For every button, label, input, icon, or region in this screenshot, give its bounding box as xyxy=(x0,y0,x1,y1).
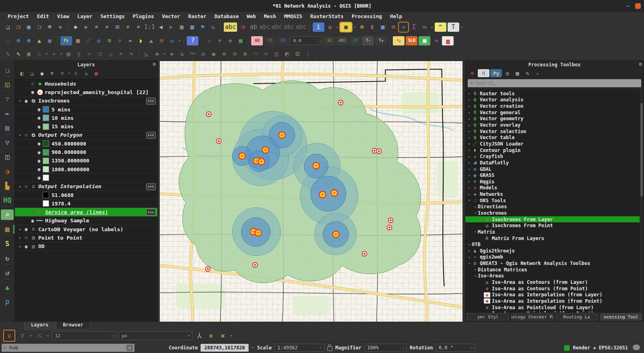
s-tool[interactable]: S xyxy=(2,238,12,249)
toolbox-item[interactable]: ▸QVector selection xyxy=(465,128,640,135)
toolbox-item[interactable]: ◎Isochrones From Point xyxy=(465,222,640,229)
visibility-eye-icon[interactable]: ◉ xyxy=(35,124,43,129)
add-web-layer[interactable]: ⊕ xyxy=(14,36,23,45)
dock-handle[interactable] xyxy=(4,62,10,64)
visibility-eye-icon[interactable]: ◉ xyxy=(23,244,30,249)
sld4raster[interactable]: SLD xyxy=(406,36,417,45)
toolbox-item[interactable]: ▸⊿DataPlotly xyxy=(465,160,640,166)
visibility-eye-icon[interactable]: ◉ xyxy=(35,166,43,172)
delete-ring[interactable]: ⊖ xyxy=(230,49,239,59)
toolbox-item[interactable]: ▸◗Contour plugin xyxy=(465,147,640,154)
menu-database[interactable]: Database xyxy=(211,12,242,20)
hqgis[interactable]: HQ xyxy=(2,195,12,205)
menu-web[interactable]: Web xyxy=(243,12,260,20)
toolbox-item[interactable]: ▸◖Crayfish xyxy=(465,153,640,160)
expand-arrow[interactable]: ▾ xyxy=(17,99,23,103)
toolbox-item[interactable]: ▸OTB xyxy=(465,241,640,248)
ro-tool[interactable]: RO xyxy=(277,36,289,45)
menu-settings[interactable]: Settings xyxy=(97,12,128,20)
r-scripts[interactable]: R xyxy=(478,69,489,77)
expand-arrow[interactable]: ▾ xyxy=(473,230,478,234)
toolbox-item[interactable]: ▸◍GDAL xyxy=(465,166,640,172)
dropdown-arrow[interactable]: ▾ xyxy=(30,334,32,338)
menu-view[interactable]: View xyxy=(54,12,73,20)
expand-arrow[interactable]: ▸ xyxy=(467,167,472,171)
delete-selected[interactable]: ▯ xyxy=(74,49,84,59)
expand-arrow[interactable]: ▸ xyxy=(473,268,478,271)
expand-arrow[interactable]: ▸ xyxy=(467,180,472,183)
sc-tool[interactable]: SC xyxy=(324,36,335,45)
toolbox-item[interactable]: ▸QVector analysis xyxy=(465,97,640,103)
add-part[interactable]: ◉ xyxy=(209,49,218,59)
scrollbar-thumb[interactable] xyxy=(640,103,643,197)
dock-handle[interactable] xyxy=(4,265,10,266)
layer-row[interactable]: ◉5 mins xyxy=(15,105,157,114)
layer-row[interactable]: ◉1350.0000000 xyxy=(15,157,157,165)
collapse-all[interactable]: ⇲ xyxy=(81,69,91,77)
menu-processing[interactable]: Processing xyxy=(348,12,386,20)
select-by-expression[interactable]: ε xyxy=(367,23,377,32)
edit-features-inplace[interactable]: ✎ xyxy=(523,69,532,77)
open-layer-styling[interactable]: ◧ xyxy=(17,69,27,77)
save-project[interactable]: ▣ xyxy=(24,23,33,32)
expand-arrow[interactable]: ▸ xyxy=(467,117,472,121)
toolbox-item[interactable]: ▸Directions xyxy=(465,204,640,210)
zoom-in[interactable]: ⌕ xyxy=(92,23,101,32)
dock-handle[interactable] xyxy=(4,207,10,208)
expand-arrow[interactable]: ▸ xyxy=(467,111,472,114)
map-canvas[interactable] xyxy=(160,61,462,322)
undo-layers[interactable]: ↺ xyxy=(2,267,12,278)
adj-tool[interactable]: ADJ xyxy=(336,36,348,45)
toolbox-scrollbar[interactable] xyxy=(640,90,643,312)
expand-arrow[interactable]: ▸ xyxy=(467,243,472,246)
zoom-to-selection[interactable]: ⌕ xyxy=(134,23,143,32)
layer-indicator-badge[interactable]: ▪▪▪ xyxy=(146,183,156,190)
layer-indicator-badge[interactable]: ▪▪▪ xyxy=(146,209,156,215)
results-viewer[interactable]: ▤ xyxy=(513,69,522,77)
simplify-feature[interactable]: 〜 xyxy=(188,49,197,59)
ors-tools[interactable]: ◌ xyxy=(3,36,12,45)
menu-raster[interactable]: Raster xyxy=(185,12,210,20)
undo-map[interactable]: ↺ xyxy=(167,36,177,45)
toolbox-item[interactable]: ▸QVector table xyxy=(465,134,640,141)
t-plus-tool[interactable]: T+ xyxy=(375,36,387,45)
toolbox-item[interactable]: ▸QRaster tools xyxy=(465,90,640,97)
toolbox-item[interactable]: ◉Iso-Area as Interpolation (from Layer) xyxy=(465,292,640,298)
menu-rasterstats[interactable]: RasterStats xyxy=(307,12,347,20)
snapping-intersection-button[interactable]: ✕ xyxy=(206,331,216,341)
toggle-editing[interactable]: ✎ xyxy=(14,49,23,59)
label-move[interactable]: abc xyxy=(271,23,282,32)
expand-arrow[interactable]: ▸ xyxy=(473,205,478,209)
delete-part[interactable]: ⊗ xyxy=(240,49,250,59)
polygon-digitize[interactable]: ▽ xyxy=(2,137,12,148)
new-3d-map-view[interactable]: ▧ xyxy=(188,23,197,32)
identify-features[interactable]: i xyxy=(313,23,324,32)
dropdown-arrow[interactable]: ▾ xyxy=(461,25,463,29)
processing-board[interactable]: ▤ xyxy=(2,123,12,133)
menu-help[interactable]: Help xyxy=(386,12,406,20)
dock-handle[interactable] xyxy=(4,134,10,136)
layer-row[interactable]: ◉✚reprojected_amenity_hospital [22] xyxy=(15,88,157,96)
layer-row[interactable]: ▸◉∷CartoDB Voyager (no labels) xyxy=(15,225,157,234)
layer-row[interactable]: ▾⊘∷Output Interpolation▪▪▪ xyxy=(15,183,157,191)
crayfish-layers[interactable]: ≋ xyxy=(105,36,114,45)
toolbox-item[interactable]: ▸✳qgis2web xyxy=(465,254,640,261)
refresh-layers[interactable]: ↻ xyxy=(2,253,12,263)
merge-features[interactable]: ⧉ xyxy=(293,49,302,59)
toolbox-item[interactable]: ▸❖Networks xyxy=(465,191,640,197)
modify-attributes[interactable]: ▤ xyxy=(64,49,73,59)
copy-features[interactable]: ❐ xyxy=(95,49,105,59)
data-source-manager[interactable]: ◱ xyxy=(2,79,12,90)
visibility-eye-icon[interactable]: ◉ xyxy=(35,115,43,121)
visibility-eye-icon[interactable]: ⊘ xyxy=(23,132,30,138)
extents-icon[interactable]: ➢ xyxy=(252,345,254,351)
layer-indicator-badge[interactable]: ▪▪▪ xyxy=(146,132,156,139)
dock-handle[interactable] xyxy=(4,105,10,107)
layer-diagram[interactable]: ◔ xyxy=(238,23,248,32)
redo-edits[interactable]: ↷ xyxy=(127,49,136,59)
move-annotation[interactable]: ✣ xyxy=(225,36,235,45)
histogram-tool[interactable]: ▅ xyxy=(442,36,454,45)
snapping-tolerance-spin[interactable]: 12▴▾ xyxy=(52,331,116,340)
osm-place-search[interactable]: ⌕ xyxy=(1,209,14,220)
expand-arrow[interactable]: ▸ xyxy=(467,255,472,259)
